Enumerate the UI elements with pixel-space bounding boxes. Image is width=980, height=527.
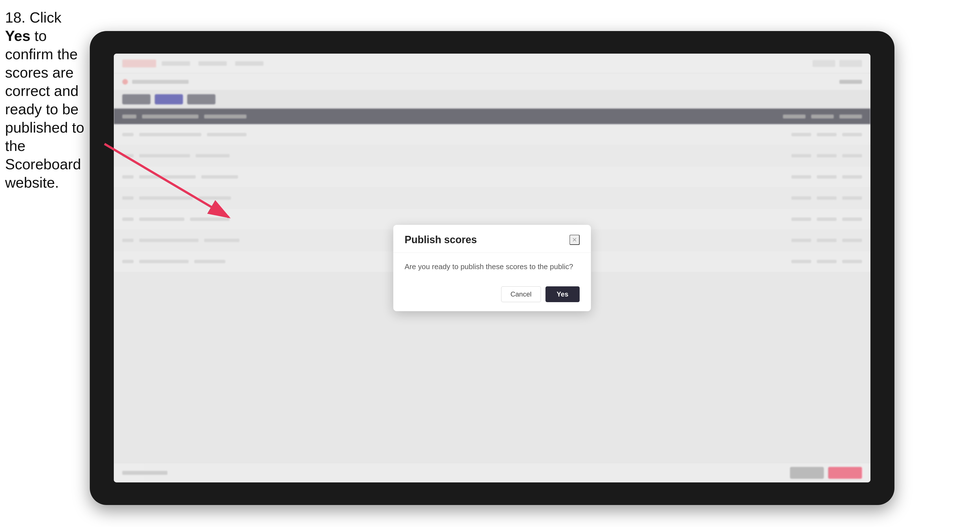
modal-message: Are you ready to publish these scores to…: [404, 261, 580, 272]
instruction-text: 18. Click Yes to confirm the scores are …: [5, 8, 87, 192]
modal-header: Publish scores ×: [393, 225, 591, 253]
modal-title: Publish scores: [404, 234, 477, 246]
yes-button[interactable]: Yes: [546, 286, 580, 302]
modal-overlay: Publish scores × Are you ready to publis…: [114, 54, 870, 483]
instruction-bold: Yes: [5, 28, 30, 44]
step-number: 18.: [5, 9, 25, 26]
instruction-prefix: Click: [25, 9, 61, 26]
cancel-button[interactable]: Cancel: [501, 286, 541, 302]
tablet-screen: Publish scores × Are you ready to publis…: [114, 54, 870, 483]
instruction-suffix: to confirm the scores are correct and re…: [5, 28, 84, 191]
modal-close-button[interactable]: ×: [570, 235, 580, 245]
publish-scores-modal: Publish scores × Are you ready to publis…: [393, 225, 591, 311]
modal-body: Are you ready to publish these scores to…: [393, 253, 591, 281]
tablet-device: Publish scores × Are you ready to publis…: [90, 31, 894, 505]
modal-footer: Cancel Yes: [393, 281, 591, 311]
